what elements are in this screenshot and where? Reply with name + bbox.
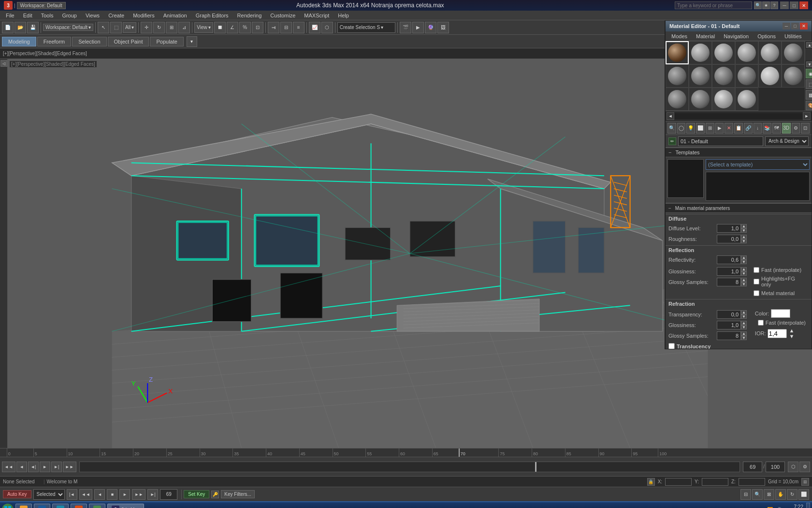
mat-name-input[interactable] <box>678 136 763 146</box>
menu-tools[interactable]: Tools <box>37 12 58 19</box>
mat-sample-uv-btn[interactable]: ⊞ <box>706 123 714 134</box>
time-config-btn[interactable]: ⚙ <box>799 462 810 472</box>
taskbar-explorer[interactable]: 📁 <box>15 504 32 508</box>
workspace-dropdown[interactable]: Workspace: Default <box>17 2 66 9</box>
transp-up[interactable]: ▲ <box>741 310 747 314</box>
mat-close[interactable]: ✕ <box>800 23 808 30</box>
render-button[interactable]: ▶ <box>412 22 424 33</box>
diffuse-level-input[interactable] <box>717 224 741 233</box>
maximize-button[interactable]: □ <box>790 1 798 9</box>
mat-menu-utilities[interactable]: Utilities <box>781 32 805 40</box>
mat-put-scene-btn[interactable]: ↓ <box>754 123 762 134</box>
z-coord-input[interactable] <box>739 478 765 486</box>
menu-maxscript[interactable]: MAXScript <box>300 12 333 19</box>
mat-sphere-5[interactable] <box>758 41 782 64</box>
mat-sphere-14[interactable] <box>689 88 712 111</box>
mat-side-icon-1[interactable]: ◉ <box>806 69 812 78</box>
mat-delete-btn[interactable]: ✕ <box>725 123 733 134</box>
reflectivity-input[interactable] <box>717 255 741 264</box>
mat-menu-navigation[interactable]: Navigation <box>720 32 753 40</box>
align-button[interactable]: ⊟ <box>280 22 292 33</box>
key-filters-button[interactable]: Key Filters... <box>221 490 255 498</box>
total-frames-input[interactable] <box>766 462 785 472</box>
mat-maximize[interactable]: □ <box>791 23 799 30</box>
mat-background-btn[interactable]: ⬜ <box>696 123 705 134</box>
angle-snap-button[interactable]: ∠ <box>227 22 238 33</box>
mat-sphere-10[interactable] <box>735 64 758 88</box>
curve-editor-button[interactable]: 📈 <box>309 22 320 33</box>
key-mode-btn[interactable]: ⬡ <box>788 462 798 472</box>
timeline-track[interactable] <box>79 462 740 472</box>
template-select[interactable]: (Select a template) <box>706 159 810 170</box>
material-editor-button[interactable]: 🔮 <box>425 22 436 33</box>
main-mat-section-header[interactable]: − Main material parameters <box>666 203 812 213</box>
refl-samples-up[interactable]: ▲ <box>741 278 747 282</box>
system-clock[interactable]: 7:22 4.6.2014 <box>784 504 803 508</box>
mode-populate[interactable]: Populate <box>150 37 183 46</box>
diffuse-level-up[interactable]: ▲ <box>741 224 747 228</box>
close-button[interactable]: ✕ <box>799 1 808 9</box>
search-icon[interactable]: 🔍 <box>754 1 762 9</box>
mode-modeling[interactable]: Modeling <box>2 37 36 46</box>
render-frame-button[interactable]: 🖼 <box>437 22 449 33</box>
mat-nav-next[interactable]: ► <box>803 112 811 120</box>
mat-minimize[interactable]: ─ <box>783 23 790 30</box>
mode-selection[interactable]: Selection <box>72 37 106 46</box>
templates-section-header[interactable]: − Templates <box>666 148 812 157</box>
mat-sphere-4[interactable] <box>735 41 758 64</box>
save-button[interactable]: 💾 <box>27 22 39 33</box>
set-key-button[interactable]: Set Key <box>184 490 209 498</box>
mat-sphere-7[interactable] <box>666 64 689 88</box>
mat-sphere-9[interactable] <box>712 64 735 88</box>
minimize-button[interactable]: ─ <box>780 1 789 9</box>
snap-toggle-button[interactable]: 🔲 <box>214 22 226 33</box>
help-icon[interactable]: ? <box>770 1 778 9</box>
refr-gloss-up[interactable]: ▲ <box>741 321 747 325</box>
mat-sphere-12[interactable] <box>782 64 805 88</box>
select-manip-button[interactable]: ⊿ <box>178 22 190 33</box>
select-region-button[interactable]: ⬚ <box>110 22 122 33</box>
lock-icon[interactable]: 🔒 <box>647 478 655 486</box>
mode-options-button[interactable]: ▾ <box>187 36 197 47</box>
mat-sphere-3[interactable] <box>712 41 735 64</box>
mat-select-btn[interactable]: ⊡ <box>801 123 810 134</box>
schematic-button[interactable]: ⬡ <box>321 22 333 33</box>
refl-samples-down[interactable]: ▼ <box>741 282 747 286</box>
mat-sphere-13[interactable] <box>666 88 689 111</box>
timeline-nav-prev[interactable]: ◄◄ <box>2 462 15 472</box>
play-backward[interactable]: ◄ <box>94 489 105 500</box>
timeline-nav-next[interactable]: ►► <box>63 462 76 472</box>
mat-pick-btn[interactable]: 🔍 <box>667 123 676 134</box>
refr-samples-up[interactable]: ▲ <box>741 331 747 336</box>
mat-unique-btn[interactable]: 🔗 <box>744 123 753 134</box>
menu-graph-editors[interactable]: Graph Editors <box>192 12 232 19</box>
show-desktop-button[interactable] <box>806 503 810 508</box>
start-button[interactable] <box>2 504 14 508</box>
mat-show-map-btn[interactable]: 🗺 <box>772 123 781 134</box>
filter-dropdown[interactable]: All▾ <box>123 22 136 33</box>
mat-pick-icon[interactable]: ✏ <box>668 137 676 145</box>
render-setup-button[interactable]: 🎬 <box>400 22 411 33</box>
mat-show-3d-btn[interactable]: 3D <box>782 123 791 134</box>
select-rotate-button[interactable]: ↻ <box>153 22 165 33</box>
select-button[interactable]: ↖ <box>98 22 109 33</box>
vp-pan[interactable]: ✋ <box>775 489 786 500</box>
roughness-up[interactable]: ▲ <box>741 235 747 239</box>
taskbar-utorrent[interactable]: µ <box>89 504 105 508</box>
timeline-play-back[interactable]: ◄| <box>28 462 39 472</box>
refraction-color-swatch[interactable] <box>771 309 790 318</box>
go-to-end[interactable]: ►| <box>147 489 158 500</box>
highlights-checkbox[interactable] <box>754 279 759 284</box>
refr-gloss-down[interactable]: ▼ <box>741 325 747 329</box>
timeline-prev-frame[interactable]: ◄ <box>16 462 27 472</box>
diffuse-level-down[interactable]: ▼ <box>741 228 747 233</box>
create-selection-input[interactable]: Create Selection S▾ <box>337 22 395 33</box>
mat-side-icon-2[interactable]: ⬚ <box>806 79 812 89</box>
taskbar-outlook[interactable]: ✉ <box>34 504 50 508</box>
mat-sample-type-btn[interactable]: ◯ <box>677 123 686 134</box>
vp-zoom-extents[interactable]: ⊟ <box>740 489 751 500</box>
refraction-glossiness-input[interactable] <box>717 321 741 329</box>
timeline-next-frame[interactable]: ►| <box>51 462 62 472</box>
refr-samples-down[interactable]: ▼ <box>741 336 747 340</box>
view-dropdown[interactable]: View▾ <box>194 22 213 33</box>
